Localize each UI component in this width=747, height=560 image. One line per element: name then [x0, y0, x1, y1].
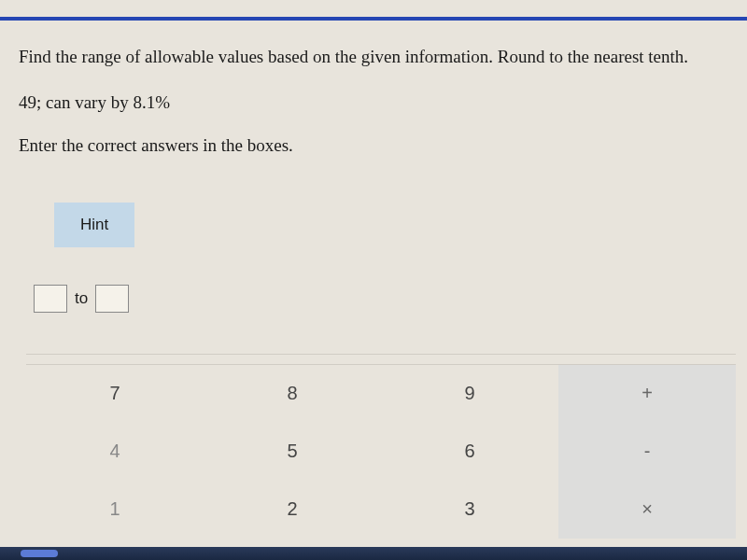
keypad: 7 8 9 + 4 5 6 - 1 2 3 × [26, 354, 736, 539]
hint-button[interactable]: Hint [54, 203, 134, 247]
keypad-key-minus[interactable]: - [558, 423, 736, 481]
keypad-key-1[interactable]: 1 [26, 481, 204, 539]
keypad-row-0: 7 8 9 + [26, 365, 736, 423]
question-main: Find the range of allowable values based… [19, 45, 728, 70]
keypad-key-7[interactable]: 7 [26, 365, 204, 423]
keypad-key-multiply[interactable]: × [558, 481, 736, 539]
keypad-key-6[interactable]: 6 [381, 423, 558, 481]
keypad-key-4[interactable]: 4 [26, 423, 204, 481]
taskbar [0, 547, 747, 560]
answer-input-lower[interactable] [34, 285, 67, 313]
keypad-row-2: 1 2 3 × [26, 481, 736, 539]
to-label: to [75, 289, 88, 308]
keypad-key-2[interactable]: 2 [204, 481, 381, 539]
keypad-key-8[interactable]: 8 [204, 365, 381, 423]
keypad-key-plus[interactable]: + [558, 365, 736, 423]
top-accent-border [0, 17, 747, 21]
answer-row: to [34, 285, 728, 313]
content-area: Find the range of allowable values based… [0, 0, 747, 539]
answer-input-upper[interactable] [95, 285, 129, 313]
keypad-row-1: 4 5 6 - [26, 423, 736, 481]
keypad-key-9[interactable]: 9 [381, 365, 558, 423]
question-instruction: Enter the correct answers in the boxes. [19, 135, 728, 156]
question-sub: 49; can vary by 8.1% [19, 92, 728, 113]
keypad-key-5[interactable]: 5 [204, 423, 381, 481]
keypad-key-3[interactable]: 3 [381, 481, 558, 539]
